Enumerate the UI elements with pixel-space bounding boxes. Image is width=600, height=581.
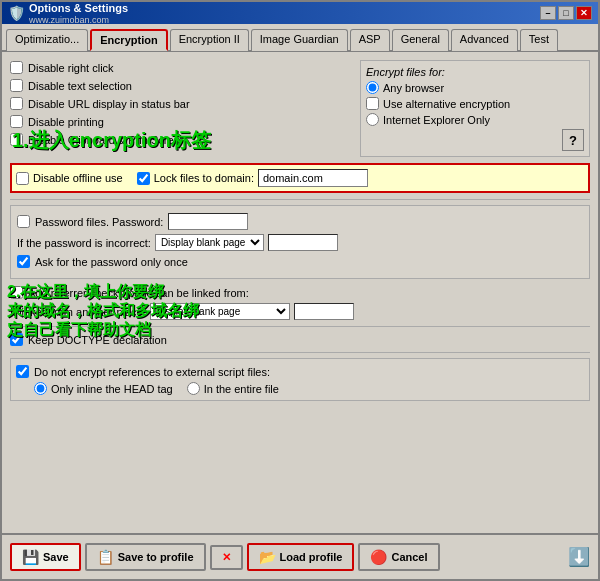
radio-entire-file[interactable] bbox=[187, 382, 200, 395]
do-not-encrypt-section: Do not encrypt references to external sc… bbox=[10, 358, 590, 401]
label-disable-clipboard: Disable Clipboard & PrintScreen bbox=[28, 134, 186, 146]
label-alt-encryption: Use alternative encryption bbox=[383, 98, 510, 110]
label-disable-offline-use: Disable offline use bbox=[33, 172, 123, 184]
checkbox-alt-encryption[interactable] bbox=[366, 97, 379, 110]
label-ie-only: Internet Explorer Only bbox=[383, 114, 490, 126]
content-area: Disable right click Disable text selecti… bbox=[2, 52, 598, 409]
tab-optimization[interactable]: Optimizatio... bbox=[6, 29, 88, 51]
checkbox-password-files[interactable] bbox=[17, 215, 30, 228]
minimize-button[interactable]: – bbox=[540, 6, 556, 20]
row-do-not-encrypt: Do not encrypt references to external sc… bbox=[16, 364, 584, 379]
tab-asp[interactable]: ASP bbox=[350, 29, 390, 51]
row-disable-text-selection: Disable text selection bbox=[10, 78, 360, 93]
download-icon[interactable]: ⬇️ bbox=[568, 546, 590, 568]
bottom-right-actions: ⬇️ bbox=[568, 546, 590, 568]
label-password-files: Password files. Password: bbox=[35, 216, 163, 228]
cancel-button[interactable]: 🔴 Cancel bbox=[358, 543, 439, 571]
save-label: Save bbox=[43, 551, 69, 563]
checkbox-disable-url-display[interactable] bbox=[10, 97, 23, 110]
left-checkboxes: Disable right click Disable text selecti… bbox=[10, 60, 360, 150]
cancel-x-icon: ✕ bbox=[222, 551, 231, 564]
password-section: Password files. Password: If the passwor… bbox=[10, 205, 590, 279]
referrer-linked-input[interactable] bbox=[294, 303, 354, 320]
checkbox-do-not-encrypt[interactable] bbox=[16, 365, 29, 378]
checkbox-add-referrer[interactable] bbox=[10, 286, 23, 299]
label-password-incorrect: If the password is incorrect: bbox=[17, 237, 151, 249]
checkbox-disable-offline-use[interactable] bbox=[16, 172, 29, 185]
checkbox-disable-clipboard[interactable] bbox=[10, 133, 23, 146]
password-incorrect-row: If the password is incorrect: Display bl… bbox=[17, 234, 583, 251]
label-add-referrer: Add referrer check - page can be linked … bbox=[28, 287, 249, 299]
window-title: Options & Settings bbox=[29, 2, 128, 14]
close-button[interactable]: ✕ bbox=[576, 6, 592, 20]
tab-encryption[interactable]: Encryption bbox=[90, 29, 167, 51]
row-disable-right-click: Disable right click bbox=[10, 60, 360, 75]
password-incorrect-input[interactable] bbox=[268, 234, 338, 251]
bottom-bar: 💾 Save 📋 Save to profile ✕ 📂 Load profil… bbox=[2, 533, 598, 579]
label-referrer-linked: If linked from another place: bbox=[10, 306, 146, 318]
tab-image-guardian[interactable]: Image Guardian bbox=[251, 29, 348, 51]
main-window: 🛡️ Options & Settings www.zuimoban.com –… bbox=[0, 0, 600, 581]
maximize-button[interactable]: □ bbox=[558, 6, 574, 20]
tab-general[interactable]: General bbox=[392, 29, 449, 51]
save-to-profile-label: Save to profile bbox=[118, 551, 194, 563]
tab-advanced[interactable]: Advanced bbox=[451, 29, 518, 51]
cancel-label: Cancel bbox=[391, 551, 427, 563]
help-button[interactable]: ? bbox=[562, 129, 584, 151]
radio-alt-encryption-row: Use alternative encryption bbox=[366, 97, 584, 110]
load-profile-label: Load profile bbox=[280, 551, 343, 563]
row-password-files: Password files. Password: bbox=[17, 212, 583, 231]
row-disable-url-display: Disable URL display in status bar bbox=[10, 96, 360, 111]
row-ask-password-once: Ask for the password only once bbox=[17, 254, 583, 269]
separator-3 bbox=[10, 352, 590, 353]
radio-any-browser-row: Any browser bbox=[366, 81, 584, 94]
label-disable-url-display: Disable URL display in status bar bbox=[28, 98, 190, 110]
save-profile-icon: 📋 bbox=[97, 549, 114, 565]
label-any-browser: Any browser bbox=[383, 82, 444, 94]
app-icon: 🛡️ bbox=[8, 5, 25, 21]
label-disable-printing: Disable printing bbox=[28, 116, 104, 128]
radio-ie-only[interactable] bbox=[366, 113, 379, 126]
tab-bar: Optimizatio... Encryption Encryption II … bbox=[2, 24, 598, 52]
row-add-referrer: Add referrer check - page can be linked … bbox=[10, 285, 590, 300]
row-keep-doctype: Keep DOCTYPE declaration bbox=[10, 332, 590, 347]
radio-any-browser[interactable] bbox=[366, 81, 379, 94]
referrer-linked-row: If linked from another place: Display bl… bbox=[10, 303, 590, 320]
separator-2 bbox=[10, 326, 590, 327]
referrer-section: Add referrer check - page can be linked … bbox=[10, 285, 590, 320]
label-inline-head: Only inline the HEAD tag bbox=[51, 383, 173, 395]
cancel-icon: 🔴 bbox=[370, 549, 387, 565]
load-profile-button[interactable]: 📂 Load profile bbox=[247, 543, 355, 571]
password-input[interactable] bbox=[168, 213, 248, 230]
referrer-linked-select[interactable]: Display blank page bbox=[150, 303, 290, 320]
tab-encryption-2[interactable]: Encryption II bbox=[170, 29, 249, 51]
title-bar: 🛡️ Options & Settings www.zuimoban.com –… bbox=[2, 2, 598, 24]
script-options-row: Only inline the HEAD tag In the entire f… bbox=[16, 382, 584, 395]
label-disable-right-click: Disable right click bbox=[28, 62, 114, 74]
label-do-not-encrypt: Do not encrypt references to external sc… bbox=[34, 366, 270, 378]
checkbox-disable-right-click[interactable] bbox=[10, 61, 23, 74]
label-ask-password-once: Ask for the password only once bbox=[35, 256, 188, 268]
title-bar-left: 🛡️ Options & Settings www.zuimoban.com bbox=[8, 2, 128, 25]
label-lock-files-to-domain: Lock files to domain: bbox=[154, 172, 254, 184]
save-to-profile-button[interactable]: 📋 Save to profile bbox=[85, 543, 206, 571]
encrypt-files-label: Encrypt files for: bbox=[366, 66, 584, 78]
save-button[interactable]: 💾 Save bbox=[10, 543, 81, 571]
domain-lock-row: Disable offline use Lock files to domain… bbox=[10, 163, 590, 193]
checkbox-ask-password-once[interactable] bbox=[17, 255, 30, 268]
title-controls: – □ ✕ bbox=[540, 6, 592, 20]
checkbox-lock-files-to-domain[interactable] bbox=[137, 172, 150, 185]
password-incorrect-select[interactable]: Display blank page bbox=[155, 234, 264, 251]
radio-inline-head[interactable] bbox=[34, 382, 47, 395]
save-icon: 💾 bbox=[22, 549, 39, 565]
label-disable-text-selection: Disable text selection bbox=[28, 80, 132, 92]
window-subtitle: www.zuimoban.com bbox=[29, 15, 128, 25]
tab-test[interactable]: Test bbox=[520, 29, 558, 51]
domain-input[interactable] bbox=[258, 169, 368, 187]
checkbox-disable-text-selection[interactable] bbox=[10, 79, 23, 92]
checkbox-keep-doctype[interactable] bbox=[10, 333, 23, 346]
load-icon: 📂 bbox=[259, 549, 276, 565]
separator-1 bbox=[10, 199, 590, 200]
checkbox-disable-printing[interactable] bbox=[10, 115, 23, 128]
cancel-x-button[interactable]: ✕ bbox=[210, 545, 243, 570]
